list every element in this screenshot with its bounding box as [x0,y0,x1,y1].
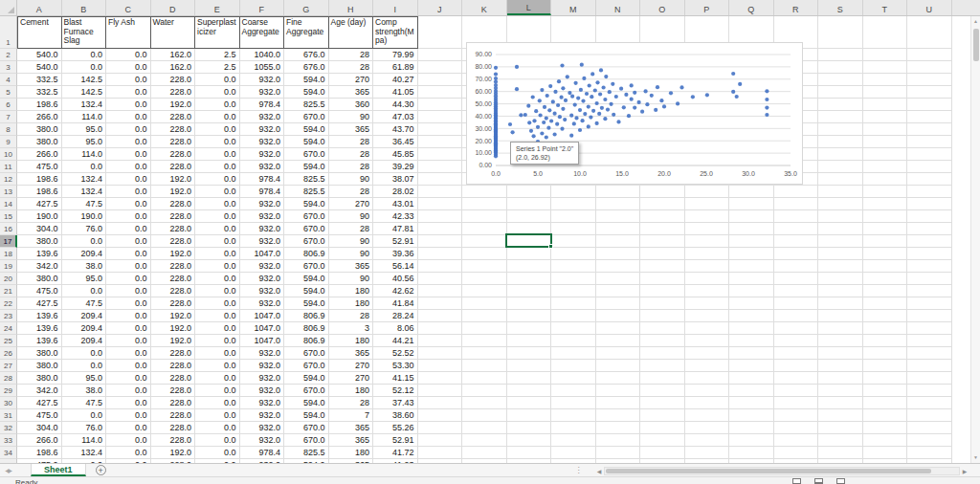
cell-K15[interactable] [462,210,507,223]
cell-G34[interactable]: 825.5 [284,447,329,459]
cell-U19[interactable] [907,260,952,273]
cell-P21[interactable] [685,285,730,297]
cell-I26[interactable]: 52.52 [373,347,418,360]
cell-U27[interactable] [907,360,952,372]
cell-T14[interactable] [863,198,908,210]
column-header-S[interactable]: S [818,0,863,15]
cell-M16[interactable] [551,223,596,235]
row-header-2[interactable]: 2 [0,49,17,61]
cell-A24[interactable]: 139.6 [17,322,62,335]
cell-E1[interactable]: Superplasticizer [195,16,240,49]
scatter-point[interactable] [563,118,567,121]
scatter-point[interactable] [548,84,552,88]
cell-N13[interactable] [596,186,641,198]
cell-C31[interactable]: 0.0 [106,409,151,422]
scatter-point[interactable] [679,85,683,89]
cell-T18[interactable] [863,248,908,260]
cell-A33[interactable]: 266.0 [17,434,62,447]
horizontal-scrollbar-track[interactable] [604,467,960,475]
cell-J10[interactable] [418,148,463,161]
cell-H27[interactable]: 270 [329,360,374,372]
cell-B21[interactable]: 0.0 [62,285,107,297]
scatter-point[interactable] [555,122,559,126]
cell-F1[interactable]: Coarse Aggregate [240,16,285,49]
cell-G20[interactable]: 594.0 [284,273,329,285]
vertical-scrollbar-thumb[interactable] [973,29,979,61]
cell-D10[interactable]: 228.0 [151,148,196,161]
scatter-point[interactable] [569,114,573,118]
cell-F5[interactable]: 932.0 [240,86,285,99]
scatter-point[interactable] [705,93,709,97]
cell-I14[interactable]: 43.01 [373,198,418,210]
scatter-point[interactable] [662,104,666,108]
cell-U23[interactable] [907,310,952,322]
cell-G22[interactable]: 594.0 [284,297,329,310]
scatter-point[interactable] [619,87,623,91]
scatter-point[interactable] [547,108,551,112]
cell-G18[interactable]: 806.9 [284,248,329,260]
cell-U12[interactable] [907,173,952,186]
cell-B30[interactable]: 47.5 [62,397,107,409]
cell-M25[interactable] [551,335,596,347]
cell-S18[interactable] [818,248,863,260]
column-header-P[interactable]: P [685,0,730,15]
cell-L26[interactable] [507,347,552,360]
column-header-L[interactable]: L [507,0,552,15]
row-header-28[interactable]: 28 [0,372,17,385]
cell-L14[interactable] [507,198,552,210]
cell-J27[interactable] [418,360,463,372]
cell-J16[interactable] [418,223,463,235]
cell-L22[interactable] [507,297,552,310]
cell-N28[interactable] [596,372,641,385]
scatter-point[interactable] [738,82,742,86]
scatter-point[interactable] [581,99,585,103]
cell-M34[interactable] [551,447,596,459]
cell-M24[interactable] [551,322,596,335]
row-header-17[interactable]: 17 [0,235,17,248]
cell-E10[interactable]: 0.0 [195,148,240,161]
cell-D14[interactable]: 228.0 [151,198,196,210]
cell-O21[interactable] [640,285,685,297]
scatter-point[interactable] [579,88,583,92]
cell-R17[interactable] [774,235,819,248]
cell-E15[interactable]: 0.0 [195,210,240,223]
row-header-25[interactable]: 25 [0,335,17,347]
cell-J23[interactable] [418,310,463,322]
cell-F33[interactable]: 932.0 [240,434,285,447]
cell-O31[interactable] [640,409,685,422]
scatter-point[interactable] [560,96,564,99]
scatter-point[interactable] [765,98,768,101]
cell-K29[interactable] [462,385,507,397]
scatter-point[interactable] [532,119,536,122]
scatter-point[interactable] [560,127,564,131]
scatter-point[interactable] [526,104,530,108]
cell-D11[interactable]: 228.0 [151,161,196,173]
cell-H23[interactable]: 28 [329,310,374,322]
cell-F3[interactable]: 1055.0 [240,61,285,74]
cell-O15[interactable] [640,210,685,223]
cell-E34[interactable]: 0.0 [195,447,240,459]
cell-C23[interactable]: 0.0 [106,310,151,322]
cell-B18[interactable]: 209.4 [62,248,107,260]
cell-S7[interactable] [818,111,863,123]
scatter-point[interactable] [553,132,557,136]
cell-I22[interactable]: 41.84 [373,297,418,310]
scatter-point[interactable] [570,95,574,99]
row-header-7[interactable]: 7 [0,111,17,123]
cell-R24[interactable] [774,322,819,335]
row-header-31[interactable]: 31 [0,409,17,422]
cell-I5[interactable]: 41.05 [373,86,418,99]
cell-S20[interactable] [818,273,863,285]
cell-J1[interactable] [418,16,463,49]
cell-O20[interactable] [640,273,685,285]
cell-B17[interactable]: 0.0 [62,235,107,248]
cell-A17[interactable]: 380.0 [17,235,62,248]
cell-J13[interactable] [418,186,463,198]
cell-G7[interactable]: 670.0 [284,111,329,123]
scatter-point[interactable] [597,112,601,116]
cell-H21[interactable]: 180 [329,285,374,297]
cell-U15[interactable] [907,210,952,223]
cell-U16[interactable] [907,223,952,235]
scatter-point[interactable] [561,107,565,111]
cell-T32[interactable] [863,422,908,434]
